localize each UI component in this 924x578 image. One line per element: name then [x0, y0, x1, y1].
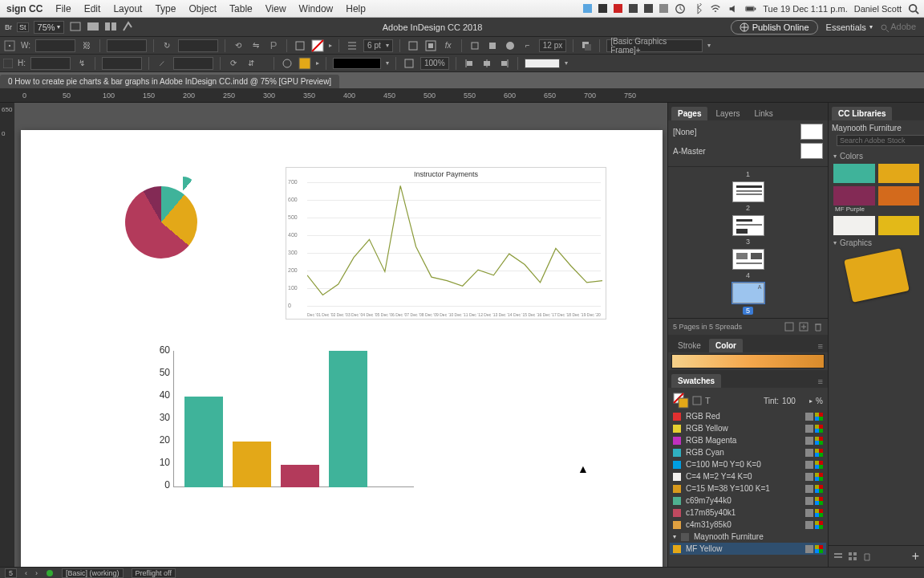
screen-mode-icon[interactable] — [87, 21, 99, 34]
tray-icon[interactable] — [583, 4, 592, 13]
pie-chart[interactable] — [125, 186, 197, 258]
select-container-icon[interactable] — [294, 39, 306, 52]
tab-swatches[interactable]: Swatches — [671, 374, 721, 388]
menu-layout[interactable]: Layout — [107, 3, 148, 14]
swatch-row[interactable]: RGB Yellow — [670, 422, 826, 434]
swatch-row[interactable]: c4m31y85k0 — [670, 519, 826, 531]
wifi-icon[interactable] — [710, 3, 721, 14]
rotate-field[interactable] — [178, 39, 218, 52]
delete-page-icon[interactable] — [813, 322, 823, 332]
volume-icon[interactable] — [727, 3, 739, 14]
line-chart[interactable]: Instructor Payments 700 600 500 400 300 … — [286, 167, 606, 320]
width-field[interactable] — [35, 39, 75, 52]
menu-help[interactable]: Help — [339, 3, 372, 14]
menu-table[interactable]: Table — [223, 3, 259, 14]
menu-edit[interactable]: Edit — [78, 3, 107, 14]
style-dropdown-icon[interactable]: ▾ — [707, 42, 711, 49]
spotlight-icon[interactable] — [908, 3, 919, 14]
shear-field[interactable] — [173, 57, 213, 70]
shear-icon[interactable]: ⟋ — [156, 57, 168, 70]
swatch-row[interactable]: RGB Cyan — [670, 446, 826, 458]
tray-icon[interactable] — [659, 4, 668, 13]
rotate-90-cw-icon[interactable]: ⟳ — [227, 57, 240, 70]
menu-type[interactable]: Type — [148, 3, 182, 14]
profile-selector[interactable]: [Basic] (working) — [62, 568, 124, 578]
align-left-icon[interactable] — [463, 57, 476, 70]
align-center-icon[interactable] — [480, 57, 493, 70]
bar[interactable] — [281, 465, 319, 487]
flip-v-icon[interactable]: ⇵ — [245, 57, 257, 70]
type-icon[interactable]: T — [705, 396, 711, 405]
stroke-style-field[interactable] — [333, 58, 381, 69]
page-thumb-1[interactable] — [732, 181, 764, 202]
fill-stroke-toggle-icon[interactable] — [673, 393, 689, 409]
wrap-bounding-icon[interactable] — [486, 39, 499, 52]
rotate-icon[interactable]: ↻ — [160, 39, 173, 52]
edit-page-icon[interactable] — [784, 322, 794, 332]
tint-field[interactable]: 100 — [782, 397, 806, 405]
nav-prev-icon[interactable]: ‹ — [25, 569, 27, 577]
container-icon[interactable] — [692, 396, 702, 405]
view-options-icon[interactable] — [69, 21, 82, 34]
cc-color-swatch[interactable] — [878, 216, 920, 235]
scale-y-field[interactable] — [102, 57, 142, 70]
stroke-weight-field[interactable]: 6 pt▾ — [363, 39, 393, 52]
page-artboard[interactable]: Instructor Payments 700 600 500 400 300 … — [21, 130, 663, 567]
master-none-thumb[interactable] — [800, 124, 823, 140]
zoom-level[interactable]: 75%▾ — [34, 21, 64, 34]
panel-menu-icon[interactable]: ≡ — [813, 375, 828, 388]
page-thumb-3[interactable] — [732, 249, 764, 270]
page-nav[interactable]: 5 — [5, 568, 17, 578]
link-xy-icon[interactable]: ↯ — [75, 57, 88, 70]
flip-h-icon[interactable]: ⇋ — [249, 39, 262, 52]
tray-rec-icon[interactable] — [614, 4, 622, 13]
select-content-icon[interactable] — [281, 57, 294, 70]
cc-grid-view-icon[interactable] — [848, 552, 857, 561]
corner-size-field[interactable]: 12 px — [539, 39, 566, 52]
opacity-icon[interactable] — [403, 57, 415, 70]
height-field[interactable] — [30, 57, 71, 70]
tab-color[interactable]: Color — [709, 339, 743, 352]
vertical-ruler[interactable] — [0, 103, 14, 567]
swatch-row[interactable]: ▾Maynooth Furniture — [670, 531, 826, 543]
cc-list-view-icon[interactable] — [833, 552, 843, 561]
stroke-style-dropdown-icon[interactable]: ▾ — [386, 59, 389, 67]
stroke-dropdown-icon[interactable]: ▸ — [316, 59, 319, 67]
fx-icon[interactable]: fx — [442, 39, 455, 52]
canvas[interactable]: 650 0 Instructor Payments 700 600 500 40… — [0, 103, 667, 567]
menu-object[interactable]: Object — [182, 3, 223, 14]
swatch-row[interactable]: C=15 M=38 Y=100 K=1 — [670, 482, 826, 495]
stroke-weight-icon[interactable] — [346, 39, 359, 52]
menu-window[interactable]: Window — [293, 3, 340, 14]
reference-point-icon[interactable] — [3, 39, 16, 52]
page-thumb-2[interactable] — [732, 215, 764, 236]
master-a-thumb[interactable] — [800, 143, 823, 159]
tray-icon[interactable] — [644, 4, 653, 13]
panel-menu-icon[interactable]: ≡ — [813, 340, 828, 352]
swatch-row[interactable]: c17m85y40k1 — [670, 507, 826, 519]
bluetooth-icon[interactable] — [692, 3, 703, 14]
library-selector[interactable]: Maynooth Furniture — [832, 124, 921, 132]
gpu-icon[interactable] — [122, 21, 135, 34]
menu-clock[interactable]: Tue 19 Dec 1:11 p.m. — [763, 4, 847, 14]
fit-content-icon[interactable] — [424, 39, 437, 52]
bar-chart[interactable]: 60 50 40 30 20 10 0 — [141, 351, 414, 495]
stroke-swatch-icon[interactable] — [298, 57, 311, 70]
tab-links[interactable]: Links — [748, 107, 779, 120]
swatch-row[interactable]: RGB Magenta — [670, 434, 826, 446]
fill-dropdown-icon[interactable]: ▸ — [329, 42, 332, 49]
tab-pages[interactable]: Pages — [671, 107, 707, 120]
master-a[interactable]: A-Master — [673, 147, 706, 156]
tray-cc-icon[interactable] — [598, 4, 607, 13]
bar[interactable] — [233, 442, 271, 487]
new-page-icon[interactable] — [799, 322, 808, 332]
cc-add-icon[interactable]: + — [912, 549, 919, 564]
color-spectrum[interactable] — [671, 354, 825, 368]
search-adobe[interactable]: Adobe — [881, 22, 916, 31]
time-machine-icon[interactable] — [675, 3, 686, 14]
preflight-selector[interactable]: Preflight off — [132, 568, 176, 578]
menu-user[interactable]: Daniel Scott — [854, 4, 902, 14]
opacity-field[interactable]: 100% — [420, 57, 449, 70]
nav-next-icon[interactable]: › — [35, 569, 38, 577]
rotate-90-ccw-icon[interactable]: ⟲ — [232, 39, 245, 52]
